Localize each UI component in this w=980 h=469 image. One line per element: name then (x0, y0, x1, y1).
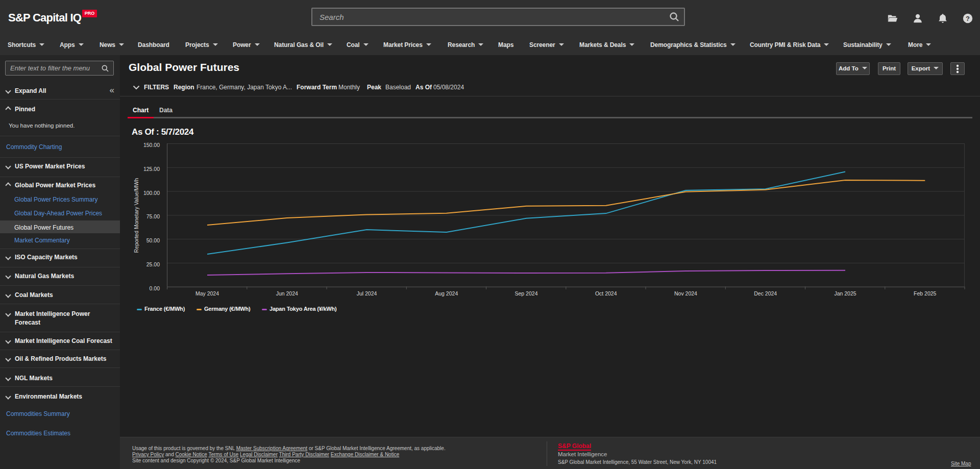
svg-text:?: ? (966, 15, 970, 22)
